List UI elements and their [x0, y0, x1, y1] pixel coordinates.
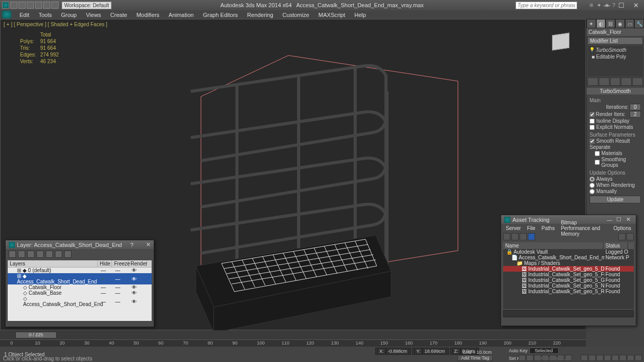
menu-modifiers[interactable]: Modifiers: [132, 11, 163, 18]
new-layer-icon[interactable]: [9, 251, 16, 258]
undo-icon[interactable]: [35, 2, 42, 9]
smooth-result-check[interactable]: [590, 139, 595, 144]
menu-file[interactable]: File: [524, 225, 538, 232]
asset-row[interactable]: 📁 Maps / Shaders: [503, 260, 634, 266]
coord-y[interactable]: Y:18.699cm: [412, 348, 449, 355]
pin-stack-icon[interactable]: [587, 78, 598, 86]
new-icon[interactable]: [10, 2, 17, 9]
time-slider[interactable]: 0 / 225: [15, 332, 57, 338]
layer-row[interactable]: ◇ Access_Catwalk_Short_Dead_End——👁: [8, 296, 152, 307]
asset-row[interactable]: 🖼 Industrial_Catwalk_Set_geo_5_Glossines…: [503, 277, 634, 283]
tree-view-icon[interactable]: [511, 233, 519, 240]
auto-key-button[interactable]: Auto Key: [509, 348, 528, 353]
menu-rendering[interactable]: Rendering: [243, 11, 278, 18]
nav-zoom-all-icon[interactable]: [596, 355, 603, 361]
update-manual-radio[interactable]: [590, 189, 595, 194]
coord-x[interactable]: X:-0.898cm: [375, 348, 411, 355]
track-bar[interactable]: 0102030405060708090100110120130140150160…: [0, 339, 586, 347]
open-icon[interactable]: [19, 2, 26, 9]
render-iters-check[interactable]: [590, 112, 595, 117]
modifier-stack[interactable]: TurboSmooth ■ Editable Poly: [587, 46, 643, 77]
remove-modifier-icon[interactable]: [621, 78, 632, 86]
select-layer-icon[interactable]: [36, 251, 44, 258]
nav-maximize-icon[interactable]: [635, 355, 642, 361]
object-name-field[interactable]: Catwalk_Floor: [586, 28, 644, 36]
configure-sets-icon[interactable]: [632, 78, 643, 86]
materials-check[interactable]: [595, 151, 600, 156]
utilities-tab[interactable]: 🔧: [634, 19, 644, 28]
col-name[interactable]: Name: [503, 242, 603, 249]
refresh-icon[interactable]: [503, 233, 510, 240]
viewcube[interactable]: [547, 30, 575, 58]
delete-layer-icon[interactable]: [18, 251, 25, 258]
col-hide[interactable]: Hide: [98, 260, 112, 267]
col-status[interactable]: Status: [603, 242, 628, 249]
nav-zoom-icon[interactable]: [588, 355, 596, 361]
nav-zoom-extents-all-icon[interactable]: [619, 355, 627, 361]
layer-manager-dialog[interactable]: Layer: Access_Catwalk_Short_Dead_End ? ✕…: [5, 240, 154, 327]
key-mode-icon[interactable]: [557, 355, 564, 361]
list-view-icon[interactable]: [528, 233, 535, 240]
menu-views[interactable]: Views: [82, 11, 105, 18]
viewport-label[interactable]: [ + ] [ Perspective ] [ Shaded + Edged F…: [4, 22, 107, 27]
subscription-icon[interactable]: ※: [589, 2, 595, 8]
menu-group[interactable]: Group: [57, 11, 81, 18]
maximize-icon[interactable]: ☐: [614, 216, 623, 223]
make-unique-icon[interactable]: [610, 78, 621, 86]
update-render-radio[interactable]: [590, 183, 595, 188]
layer-list[interactable]: Layers Hide Freeze Render ⊞ ◆ 0 (default…: [8, 260, 152, 321]
menu-create[interactable]: Create: [106, 11, 131, 18]
menu-options[interactable]: Options: [611, 225, 634, 232]
menu-animation[interactable]: Animation: [164, 11, 198, 18]
asset-list[interactable]: Name Status 🔒 Autodesk VaultLogged O📄 Ac…: [503, 242, 634, 309]
modify-tab[interactable]: ◐: [596, 19, 606, 28]
col-render[interactable]: Render: [128, 260, 146, 267]
col-freeze[interactable]: Freeze: [112, 260, 128, 267]
nav-pan-icon[interactable]: [581, 355, 588, 361]
next-frame-icon[interactable]: [542, 355, 549, 361]
nav-orbit-icon[interactable]: [627, 355, 634, 361]
link-icon[interactable]: [51, 2, 59, 9]
menu-paths[interactable]: Paths: [539, 225, 558, 232]
display-tab[interactable]: ▭: [625, 19, 635, 28]
goto-end-icon[interactable]: [549, 355, 557, 361]
asset-row[interactable]: 🖼 Industrial_Catwalk_Set_geo_5_Diffuse.p…: [503, 266, 634, 272]
maximize-button[interactable]: ☐: [614, 1, 629, 10]
isoline-check[interactable]: [590, 119, 595, 124]
layer-dialog-title[interactable]: Layer: Access_Catwalk_Short_Dead_End ? ✕: [6, 240, 154, 249]
hide-layer-icon[interactable]: [55, 251, 62, 258]
asset-row[interactable]: 🖼 Industrial_Catwalk_Set_geo_5_Fresnel.p…: [503, 272, 634, 277]
freeze-layer-icon[interactable]: [64, 251, 71, 258]
menu-help[interactable]: Help: [351, 11, 371, 18]
search-input[interactable]: [516, 2, 577, 9]
col-layers[interactable]: Layers: [8, 260, 98, 267]
layer-row[interactable]: ⊞ ◆ 0 (default)——👁: [8, 268, 152, 273]
layer-row[interactable]: ⊞ ◆ Access_Catwalk_Short_Dead_End✓—👁: [8, 273, 152, 284]
render-iters-spinner[interactable]: [630, 111, 641, 118]
reload-icon[interactable]: [627, 233, 634, 240]
iterations-spinner[interactable]: [630, 104, 641, 110]
menu-edit[interactable]: Edit: [15, 11, 33, 18]
update-always-radio[interactable]: [590, 177, 595, 182]
create-tab[interactable]: ✦: [586, 19, 596, 28]
app-menu-icon[interactable]: [2, 2, 9, 9]
explicit-normals-check[interactable]: [590, 125, 595, 130]
highlight-layer-icon[interactable]: [46, 251, 53, 258]
key-mode-dropdown[interactable]: Selected: [529, 348, 559, 354]
minimize-button[interactable]: —: [600, 1, 614, 10]
add-to-layer-icon[interactable]: [27, 251, 34, 258]
motion-tab[interactable]: ◉: [615, 19, 625, 28]
close-icon[interactable]: ✕: [623, 216, 633, 223]
table-view-icon[interactable]: [520, 233, 527, 240]
rollout-turbosmooth[interactable]: TurboSmooth: [586, 88, 644, 94]
asset-row[interactable]: 📄 Access_Catwalk_Short_Dead_End_max_vray…: [503, 255, 634, 260]
layer-row[interactable]: ◇ Catwalk_Floor——👁: [8, 284, 152, 290]
modifier-list-dropdown[interactable]: Modifier List: [587, 37, 643, 45]
stack-turbosmooth[interactable]: TurboSmooth: [588, 47, 642, 53]
close-button[interactable]: ✕: [629, 1, 643, 10]
time-slider-bar[interactable]: 0 / 225: [0, 330, 586, 339]
help-icon[interactable]: ?: [131, 242, 134, 248]
time-config-icon[interactable]: [565, 355, 572, 361]
menu-customize[interactable]: Customize: [279, 11, 314, 18]
redo-icon[interactable]: [43, 2, 50, 9]
